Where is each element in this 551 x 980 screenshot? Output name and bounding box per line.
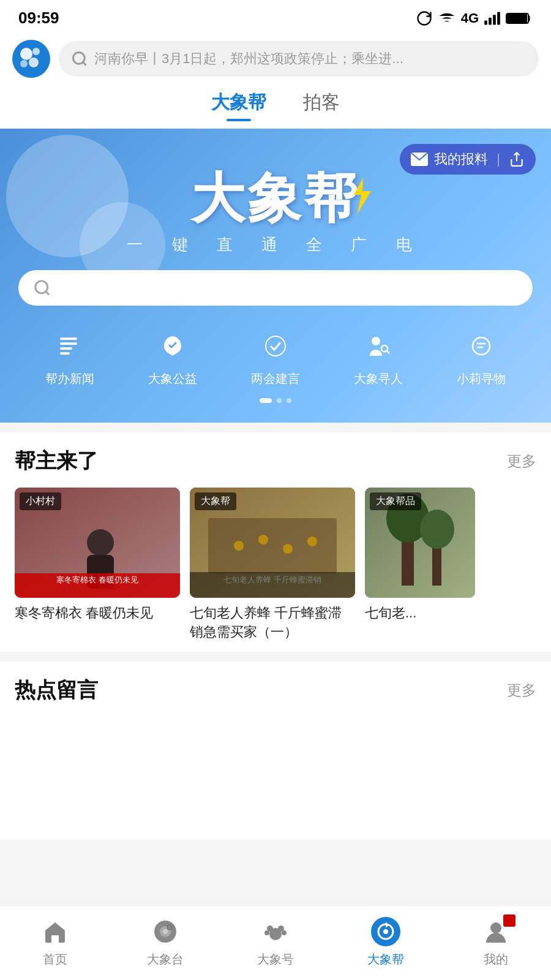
dot-2 xyxy=(277,398,282,403)
video-title-3: 七旬老... xyxy=(365,604,475,623)
hotcomment-more[interactable]: 更多 xyxy=(507,680,536,700)
svg-rect-2 xyxy=(493,15,496,24)
nav-badge xyxy=(503,914,515,927)
svg-point-53 xyxy=(264,930,269,935)
nav-daxiangtai[interactable]: 大象台 xyxy=(110,916,220,968)
svg-rect-16 xyxy=(60,342,77,345)
svg-rect-18 xyxy=(60,352,70,355)
cat-label-3: 两会建言 xyxy=(251,371,300,387)
wifi-icon xyxy=(438,10,456,27)
nav-refresh-icon xyxy=(370,916,402,948)
cat-icon-4 xyxy=(360,328,397,364)
search-bar-text: 河南你早丨3月1日起，郑州这项政策停止；乘坐进... xyxy=(94,50,403,68)
hotcomment-title: 热点留言 xyxy=(15,676,98,704)
tab-underline xyxy=(227,119,251,121)
svg-rect-45 xyxy=(51,935,59,943)
bangzhu-header: 帮主来了 更多 xyxy=(15,447,536,475)
tab-pake[interactable]: 拍客 xyxy=(303,90,340,129)
logo-icon xyxy=(18,45,45,72)
svg-point-14 xyxy=(36,281,48,293)
cat-xunwu[interactable]: 小莉寻物 xyxy=(457,328,506,387)
svg-text:寒冬寄棉衣  春暖仍未见: 寒冬寄棉衣 春暖仍未见 xyxy=(56,575,138,584)
cat-icon-2 xyxy=(154,328,191,364)
svg-point-19 xyxy=(266,336,285,356)
bangzhu-more[interactable]: 更多 xyxy=(507,451,536,471)
banner-report-btn[interactable]: 我的报料 | xyxy=(400,144,536,175)
banner-main-title: 大象帮 xyxy=(191,172,360,225)
cat-lianghui[interactable]: 两会建言 xyxy=(251,328,300,387)
banner-categories: 帮办新闻 大象公益 两会建言 大象寻人 小莉寻物 xyxy=(18,318,533,392)
svg-point-56 xyxy=(383,929,388,934)
svg-rect-5 xyxy=(507,14,527,23)
svg-point-44 xyxy=(420,510,454,549)
video-title-2: 七旬老人养蜂 千斤蜂蜜滞销急需买家（一） xyxy=(190,604,355,642)
cat-xunren[interactable]: 大象寻人 xyxy=(354,328,403,387)
cat-icon-1 xyxy=(51,328,88,364)
video-badge-2: 大象帮 xyxy=(195,492,236,510)
nav-mine[interactable]: 我的 xyxy=(441,916,551,968)
svg-point-8 xyxy=(20,60,28,67)
svg-point-54 xyxy=(282,930,287,935)
video-card-3[interactable]: 大象帮品 七旬老... xyxy=(365,488,475,642)
video-title-1: 寒冬寄棉衣 春暖仍未见 xyxy=(15,604,180,623)
status-icons: 4G xyxy=(416,10,533,27)
svg-point-48 xyxy=(163,929,168,934)
nav-home[interactable]: 首页 xyxy=(0,916,110,968)
cat-icon-5 xyxy=(463,328,500,364)
banner-report-text: 我的报料 xyxy=(434,150,488,168)
video-cards: 寒冬寄棉衣 春暖仍未见 小村村 寒冬寄棉衣 春暖仍未见 xyxy=(15,488,536,642)
tab-pake-label: 拍客 xyxy=(303,90,340,115)
nav-daxiangbang-label: 大象帮 xyxy=(367,951,404,968)
svg-rect-1 xyxy=(489,17,492,24)
svg-point-9 xyxy=(29,58,39,67)
battery-icon xyxy=(506,11,533,26)
banner-title-area: 大象帮 一 键 直 通 全 广 电 xyxy=(18,172,533,255)
bangzhu-section: 帮主来了 更多 寒冬寄棉衣 春暖仍未见 xyxy=(0,432,551,652)
signal-icon xyxy=(484,10,501,27)
nav-person-icon xyxy=(480,916,512,948)
lightning-icon xyxy=(348,178,372,214)
svg-rect-17 xyxy=(60,347,72,350)
nav-spacer xyxy=(0,839,551,913)
video-badge-1: 小村村 xyxy=(20,492,61,510)
cat-bangban-xinwen[interactable]: 帮办新闻 xyxy=(45,328,94,387)
banner-divider: | xyxy=(497,151,500,167)
dot-3 xyxy=(287,398,291,403)
svg-point-25 xyxy=(87,529,114,556)
bangzhu-title: 帮主来了 xyxy=(15,447,98,475)
nav-mine-label: 我的 xyxy=(484,951,508,968)
bottom-nav: 首页 大象台 大象号 xyxy=(0,905,551,980)
network-type: 4G xyxy=(461,10,479,26)
nav-daxianghao[interactable]: 大象号 xyxy=(220,916,331,968)
banner-search-icon xyxy=(33,279,51,297)
nav-paw-label: 大象号 xyxy=(257,951,294,968)
video-badge-3: 大象帮品 xyxy=(370,492,421,510)
video-card-2[interactable]: 七旬老人养蜂 千斤蜂蜜滞销 大象帮 七旬老人养蜂 千斤蜂蜜滞销急需买家（一） xyxy=(190,488,355,642)
video-thumb-1: 寒冬寄棉衣 春暖仍未见 小村村 xyxy=(15,488,180,598)
tab-daxiangbang[interactable]: 大象帮 xyxy=(211,90,266,129)
share-icon xyxy=(509,151,525,167)
status-bar: 09:59 4G xyxy=(0,0,551,34)
cat-icon-3 xyxy=(257,328,294,364)
dot-1 xyxy=(260,398,272,403)
nav-daxiangbang[interactable]: 大象帮 xyxy=(331,916,441,968)
svg-rect-38 xyxy=(190,572,355,598)
svg-rect-32 xyxy=(208,518,337,573)
svg-point-57 xyxy=(490,922,501,933)
svg-point-35 xyxy=(283,544,293,554)
nav-tv-icon xyxy=(149,916,181,948)
svg-point-21 xyxy=(381,345,388,352)
tabs: 大象帮 拍客 xyxy=(0,84,551,129)
svg-rect-3 xyxy=(497,12,500,24)
search-bar[interactable]: 河南你早丨3月1日起，郑州这项政策停止；乘坐进... xyxy=(59,41,539,77)
cat-gongy[interactable]: 大象公益 xyxy=(148,328,197,387)
svg-point-49 xyxy=(167,925,172,930)
cat-label-5: 小莉寻物 xyxy=(457,371,506,387)
rotate-icon xyxy=(416,10,433,27)
nav-home-label: 首页 xyxy=(43,951,67,968)
cat-label-2: 大象公益 xyxy=(148,371,197,387)
svg-point-36 xyxy=(307,537,317,546)
video-card-1[interactable]: 寒冬寄棉衣 春暖仍未见 小村村 寒冬寄棉衣 春暖仍未见 xyxy=(15,488,180,642)
svg-point-10 xyxy=(73,53,85,64)
app-logo[interactable] xyxy=(12,40,50,78)
